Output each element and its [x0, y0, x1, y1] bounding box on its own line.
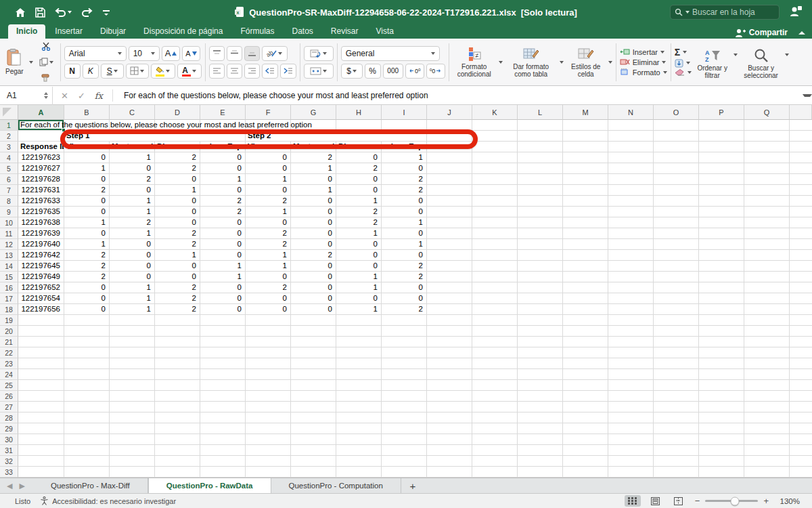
cell[interactable] — [518, 239, 563, 250]
cell-value[interactable]: 0 — [200, 282, 246, 293]
cell[interactable] — [472, 445, 518, 456]
cell[interactable] — [744, 347, 790, 358]
cell-value[interactable]: 0 — [291, 282, 336, 293]
text-orientation-button[interactable]: ab — [262, 46, 288, 61]
cell[interactable] — [563, 142, 608, 152]
cell[interactable] — [518, 402, 563, 412]
cell[interactable] — [291, 434, 336, 445]
cell[interactable] — [336, 120, 382, 131]
cell[interactable] — [18, 380, 64, 391]
format-cells-button[interactable]: Formato — [620, 68, 667, 77]
cell-value[interactable]: 2 — [155, 282, 200, 293]
cell-value[interactable]: 0 — [291, 217, 336, 228]
cell[interactable] — [382, 380, 427, 391]
column-header-M[interactable]: M — [563, 105, 608, 120]
cell[interactable] — [64, 391, 110, 402]
cell-value[interactable]: 1 — [246, 261, 291, 272]
cell-value[interactable]: 1 — [336, 304, 382, 315]
cell[interactable] — [336, 326, 382, 337]
cell[interactable] — [427, 315, 472, 326]
cut-button[interactable] — [36, 39, 57, 54]
undo-icon[interactable] — [55, 7, 72, 18]
cell[interactable] — [744, 261, 790, 272]
cell[interactable] — [699, 163, 744, 174]
cell[interactable] — [155, 380, 200, 391]
delete-cells-button[interactable]: Eliminar — [620, 58, 667, 66]
cell[interactable] — [654, 380, 699, 391]
cell-a1-selected[interactable]: For each of the questions below, please … — [18, 120, 64, 131]
cancel-icon[interactable]: ✕ — [61, 91, 68, 101]
cell[interactable] — [382, 347, 427, 358]
cell-value[interactable]: 1 — [110, 207, 155, 217]
cell[interactable] — [336, 347, 382, 358]
cell[interactable] — [518, 131, 563, 142]
cell[interactable] — [155, 315, 200, 326]
cell[interactable] — [744, 174, 790, 185]
cell[interactable] — [744, 456, 790, 467]
cell-value[interactable]: 1 — [110, 228, 155, 239]
cell[interactable] — [110, 445, 155, 456]
cell[interactable] — [563, 293, 608, 304]
cell-value[interactable]: 0 — [155, 272, 200, 282]
row-header-2[interactable]: 2 — [0, 131, 18, 142]
cell[interactable] — [563, 315, 608, 326]
cell[interactable] — [291, 315, 336, 326]
cell-value[interactable]: 0 — [291, 228, 336, 239]
cell[interactable] — [744, 152, 790, 163]
sheet-tab-rawdata[interactable]: QuestionPro - RawData — [148, 478, 271, 493]
cell[interactable] — [744, 434, 790, 445]
row-header-8[interactable]: 8 — [0, 196, 18, 207]
cell[interactable] — [200, 412, 246, 423]
cell[interactable] — [110, 434, 155, 445]
cell[interactable] — [744, 412, 790, 423]
row-header-18[interactable]: 18 — [0, 304, 18, 315]
cell[interactable] — [155, 347, 200, 358]
cell[interactable] — [291, 347, 336, 358]
cell-value[interactable]: 1 — [382, 217, 427, 228]
cell-value[interactable]: 0 — [155, 207, 200, 217]
cell[interactable] — [155, 391, 200, 402]
cell-value[interactable]: 0 — [200, 163, 246, 174]
cell[interactable] — [291, 467, 336, 478]
merged-cell-step1[interactable]: Step 1 — [64, 131, 246, 142]
cell[interactable] — [336, 358, 382, 369]
cell[interactable] — [699, 304, 744, 315]
cell-col-header[interactable]: Mastercard — [291, 142, 336, 152]
cell[interactable] — [427, 174, 472, 185]
cell-value[interactable]: 0 — [382, 282, 427, 293]
font-size-combo[interactable]: 10 — [129, 46, 160, 61]
cell[interactable] — [64, 337, 110, 347]
cell[interactable] — [744, 293, 790, 304]
cell-value[interactable]: 1 — [336, 196, 382, 207]
align-center-button[interactable] — [227, 64, 242, 79]
cell-value[interactable]: 1 — [336, 272, 382, 282]
currency-button[interactable]: $ — [341, 64, 363, 79]
cell[interactable] — [654, 402, 699, 412]
cell[interactable] — [472, 304, 518, 315]
cell[interactable] — [382, 326, 427, 337]
copy-button[interactable] — [36, 55, 57, 70]
cell[interactable] — [518, 467, 563, 478]
cell[interactable] — [427, 391, 472, 402]
cell-value[interactable]: 2 — [246, 239, 291, 250]
cell[interactable] — [699, 207, 744, 217]
tab-dibujar[interactable]: Dibujar — [92, 24, 134, 39]
row-header-4[interactable]: 4 — [0, 152, 18, 163]
cell-value[interactable]: 0 — [110, 185, 155, 196]
cell[interactable] — [64, 358, 110, 369]
cell-value[interactable]: 0 — [246, 272, 291, 282]
cell[interactable] — [608, 163, 654, 174]
cell[interactable] — [699, 347, 744, 358]
align-top-button[interactable] — [209, 46, 225, 61]
cell-value[interactable]: 0 — [246, 293, 291, 304]
normal-view-button[interactable] — [625, 495, 641, 507]
cell[interactable] — [654, 272, 699, 282]
row-header-22[interactable]: 22 — [0, 347, 18, 358]
cell[interactable] — [518, 434, 563, 445]
cell[interactable] — [654, 196, 699, 207]
cell[interactable] — [699, 467, 744, 478]
cell-value[interactable]: 0 — [336, 250, 382, 261]
cell[interactable] — [200, 456, 246, 467]
cell[interactable] — [382, 120, 427, 131]
cell[interactable] — [654, 282, 699, 293]
